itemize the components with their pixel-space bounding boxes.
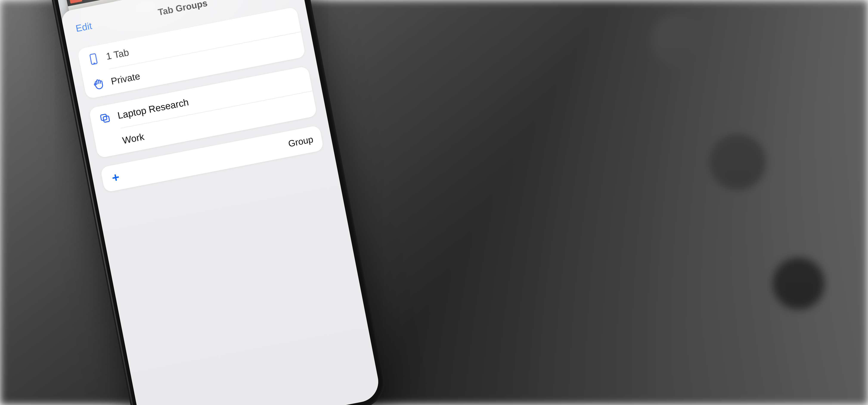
svg-line-6 bbox=[93, 63, 95, 63]
svg-line-10 bbox=[113, 177, 119, 178]
footer-label: Group bbox=[287, 134, 314, 149]
square-stack-icon bbox=[98, 112, 112, 125]
device-icon bbox=[87, 53, 100, 66]
site-logo: G bbox=[68, 0, 83, 4]
plus-icon bbox=[110, 172, 121, 183]
hand-icon bbox=[92, 77, 105, 91]
